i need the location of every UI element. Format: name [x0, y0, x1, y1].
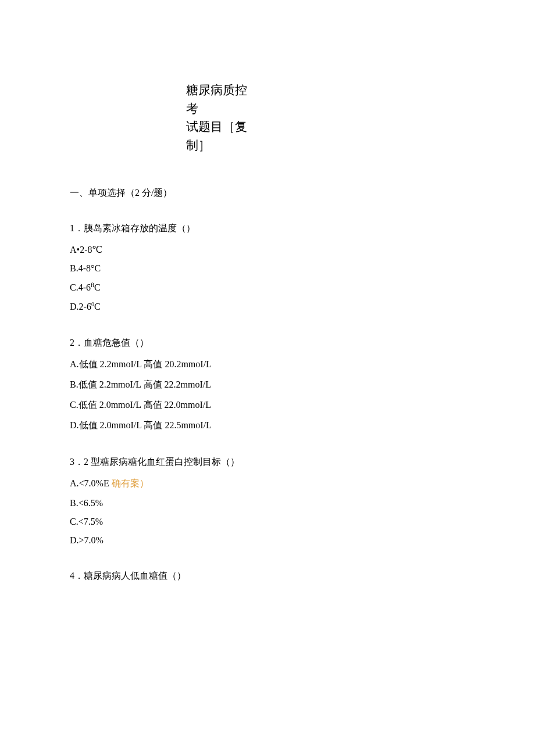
question-4-text: ．糖尿病病人低血糖值（） — [74, 571, 186, 581]
question-3-option-a: A.<7.0%E 确有案） — [70, 478, 465, 490]
question-2-option-d: D.低值 2.0mmoI/L 高值 22.5mmoI/L — [70, 420, 465, 432]
question-2-option-b: B.低值 2.2mmoI/L 高值 22.2mmoI/L — [70, 379, 465, 391]
question-4-stem: 4．糖尿病病人低血糖值（） — [70, 570, 465, 582]
q2d-high-val: 22.5mmoI/L — [162, 420, 211, 430]
question-1-text: ．胰岛素冰箱存放的温度（） — [74, 223, 195, 233]
question-2-number: 2 — [70, 338, 74, 347]
q2b-high-label: 高值 — [144, 379, 162, 389]
q2a-low-val: 2.2mmoI/L — [98, 359, 144, 369]
question-3-option-c: C.<7.5% — [70, 517, 465, 527]
q2c-low-val: 2.0mmoI/L — [97, 400, 144, 410]
question-1-option-a: A•2-8℃ — [70, 244, 465, 255]
question-3-stem: 3．2 型糖尿病糖化血红蛋白控制目标（） — [70, 456, 465, 468]
q3a-annotation: 确有案） — [112, 478, 149, 488]
q2b-low-label: 低值 — [79, 379, 97, 389]
title-line-2: 试题目［复 — [186, 118, 256, 137]
q2d-low-val: 2.0mmoI/L — [98, 420, 144, 430]
q1c-suffix: C — [94, 282, 101, 292]
question-3: 3．2 型糖尿病糖化血红蛋白控制目标（） A.<7.0%E 确有案） B.<6.… — [70, 456, 465, 546]
question-1-stem: 1．胰岛素冰箱存放的温度（） — [70, 223, 465, 235]
question-1-number: 1 — [70, 223, 74, 233]
question-3-option-b: B.<6.5% — [70, 498, 465, 508]
q1d-prefix: D.2-6 — [70, 302, 91, 312]
title-line-3: 制］ — [186, 137, 256, 155]
q2b-prefix: B. — [70, 379, 79, 389]
question-2-option-a: A.低值 2.2mmoI/L 高值 20.2mmoI/L — [70, 359, 465, 371]
question-2-stem: 2．血糖危急值（） — [70, 337, 465, 349]
q3a-prefix: A.<7.0%E — [70, 478, 112, 488]
question-4-number: 4 — [70, 571, 74, 581]
question-1: 1．胰岛素冰箱存放的温度（） A•2-8℃ B.4-8°C C.4-6flC D… — [70, 223, 465, 313]
question-1-option-c: C.4-6flC — [70, 282, 465, 293]
question-2-option-c: C.低值 2.0mmoI/L 高值 22.0mmoI/L — [70, 399, 465, 411]
q1d-suffix: C — [94, 302, 101, 312]
q2d-prefix: D. — [70, 420, 79, 430]
question-3-option-d: D.>7.0% — [70, 535, 465, 546]
title-line-1: 糖尿病质控考 — [186, 81, 256, 118]
q1c-prefix: C.4-6 — [70, 282, 91, 292]
question-4: 4．糖尿病病人低血糖值（） — [70, 570, 465, 582]
question-2: 2．血糖危急值（） A.低值 2.2mmoI/L 高值 20.2mmoI/L B… — [70, 337, 465, 432]
question-1-option-b: B.4-8°C — [70, 263, 465, 274]
q2a-high-val: 20.2mmoI/L — [162, 359, 211, 369]
question-2-text: ．血糖危急值（） — [74, 338, 149, 347]
question-3-number: 3 — [70, 457, 74, 467]
q2c-low-label: 低值 — [79, 400, 97, 410]
q2c-high-val: 22.0mmoI/L — [162, 400, 211, 410]
page-content: 糖尿病质控考 试题目［复 制］ 一、单项选择（2 分/题） 1．胰岛素冰箱存放的… — [0, 0, 535, 630]
question-1-option-d: D.2-60C — [70, 301, 465, 312]
q2a-low-label: 低值 — [79, 359, 98, 369]
q2a-prefix: A. — [70, 359, 79, 369]
q2a-high-label: 高值 — [144, 359, 162, 369]
q2b-high-val: 22.2mmoI/L — [162, 379, 211, 389]
q2c-prefix: C. — [70, 400, 79, 410]
question-3-text: ．2 型糖尿病糖化血红蛋白控制目标（） — [74, 457, 240, 467]
q2b-low-val: 2.2mmoI/L — [97, 379, 144, 389]
section-heading: 一、单项选择（2 分/题） — [70, 187, 465, 199]
q2d-low-label: 低值 — [79, 420, 98, 430]
q2d-high-label: 高值 — [144, 420, 162, 430]
q2c-high-label: 高值 — [144, 400, 162, 410]
document-title: 糖尿病质控考 试题目［复 制］ — [186, 81, 256, 155]
